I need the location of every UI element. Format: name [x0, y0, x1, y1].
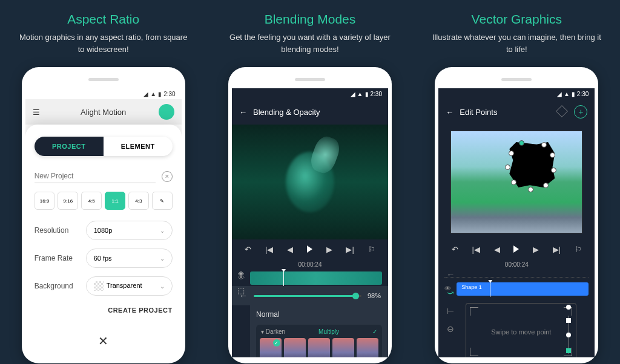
- preview-image: [280, 140, 340, 224]
- feature-desc: Motion graphics in any aspect ratio, fro…: [19, 31, 188, 55]
- new-project-modal: PROJECT ELEMENT ✕ 16:9 9:16 4:5 1:1 4:3 …: [25, 125, 182, 357]
- back-icon[interactable]: ←: [239, 108, 247, 117]
- corner-icon: [470, 307, 478, 316]
- clear-icon[interactable]: ✕: [162, 171, 173, 182]
- path-point[interactable]: [566, 305, 571, 310]
- blend-thumbnails: Multiply Darken Darken Color Color Burn …: [260, 338, 378, 357]
- phone-screen: ◢ ▲ ▮ 2:30 ← Blending & Opacity ↶ |◀ ◀ ▶…: [232, 88, 388, 357]
- preview-canvas[interactable]: [232, 125, 388, 239]
- keyframe-icon[interactable]: ◈: [238, 268, 244, 278]
- feature-desc: Get the feeling you want with a variety …: [225, 31, 395, 55]
- header-title: Blending & Opacity: [253, 108, 320, 117]
- delete-tool-icon[interactable]: ⊖: [447, 324, 454, 334]
- wifi-icon: ▲: [150, 91, 156, 97]
- play-button[interactable]: [513, 245, 519, 253]
- close-icon[interactable]: ✕: [98, 334, 108, 348]
- slider-fill: [254, 295, 359, 297]
- aspect-custom[interactable]: ✎: [152, 192, 173, 210]
- skip-start-icon[interactable]: |◀: [265, 245, 273, 254]
- curve-tool-icon[interactable]: ⤻: [447, 288, 454, 297]
- avatar[interactable]: [159, 104, 174, 120]
- status-bar: ◢ ▲ ▮ 2:30: [438, 88, 595, 99]
- edit-point[interactable]: [528, 187, 533, 192]
- edit-point[interactable]: [551, 167, 556, 173]
- timeline-track[interactable]: 👁: [232, 270, 388, 286]
- blend-mode-darken[interactable]: Darken: [284, 338, 306, 357]
- aspect-16-9[interactable]: 16:9: [35, 192, 55, 210]
- phone-frame: ◢ ▲ ▮ 2:30 ☰ Alight Motion PROJECT ELEME…: [22, 67, 185, 363]
- project-name-input[interactable]: [35, 169, 156, 183]
- aspect-4-5[interactable]: 4:5: [81, 192, 102, 210]
- edit-point[interactable]: [543, 183, 549, 188]
- swipe-area[interactable]: Swipe to move point: [466, 303, 576, 357]
- chevron-down-icon: ⌄: [160, 255, 165, 262]
- next-frame-icon[interactable]: ▶: [533, 245, 539, 254]
- undo-icon[interactable]: ↶: [245, 245, 251, 254]
- skip-end-icon[interactable]: ▶|: [346, 245, 354, 254]
- resolution-label: Resolution: [35, 226, 80, 235]
- edit-point[interactable]: [550, 152, 555, 158]
- blend-mode-multiply[interactable]: Multiply: [260, 338, 282, 357]
- skip-end-icon[interactable]: ▶|: [553, 245, 561, 254]
- battery-icon: ▮: [158, 91, 162, 97]
- skip-start-icon[interactable]: |◀: [472, 245, 480, 254]
- playhead[interactable]: [490, 281, 490, 297]
- opacity-slider[interactable]: [254, 295, 361, 297]
- prev-frame-icon[interactable]: ◀: [287, 245, 293, 254]
- blend-mode-darken-color[interactable]: Darken Color: [308, 338, 330, 357]
- blend-mode-color-burn[interactable]: Color Burn: [332, 338, 354, 357]
- aspect-1-1[interactable]: 1:1: [105, 192, 125, 210]
- timeline-clip[interactable]: [250, 271, 382, 285]
- feature-blending-modes: Blending Modes Get the feeling you want …: [219, 12, 401, 364]
- aspect-4-3[interactable]: 4:3: [128, 192, 149, 210]
- phone-screen: ◢ ▲ ▮ 2:30 ☰ Alight Motion PROJECT ELEME…: [25, 88, 182, 357]
- signal-icon: ◢: [143, 91, 148, 97]
- blend-mode-linear-burn[interactable]: Linear Bu: [357, 338, 378, 357]
- chevron-down-icon: ⌄: [160, 283, 165, 290]
- prev-frame-icon[interactable]: ◀: [494, 245, 500, 254]
- feature-title: Vector Graphics: [472, 12, 562, 27]
- playhead[interactable]: [283, 270, 284, 286]
- framerate-value: 60 fps: [94, 255, 112, 262]
- resolution-dropdown[interactable]: 1080p ⌄: [86, 221, 173, 240]
- path-point[interactable]: [566, 318, 571, 323]
- blend-panel: Normal ▾ Darken Multiply ✓ Multiply Dark…: [250, 305, 388, 357]
- app-title: Alight Motion: [81, 108, 126, 117]
- create-project-button[interactable]: CREATE PROJECT: [35, 307, 173, 314]
- transform-icon[interactable]: ⬚: [237, 286, 245, 295]
- aspect-9-16[interactable]: 9:16: [58, 192, 78, 210]
- aspect-ratio-row: 16:9 9:16 4:5 1:1 4:3 ✎: [35, 192, 173, 210]
- tab-project[interactable]: PROJECT: [35, 137, 104, 156]
- back-tool-icon[interactable]: ←: [446, 270, 455, 279]
- play-button[interactable]: [307, 245, 312, 253]
- slider-thumb[interactable]: [352, 293, 359, 299]
- background-dropdown[interactable]: Transparent ⌄: [86, 276, 173, 296]
- undo-icon[interactable]: ↶: [452, 245, 458, 254]
- timeline-ruler[interactable]: [444, 273, 589, 281]
- add-button[interactable]: +: [574, 105, 587, 119]
- blend-mode-current[interactable]: Normal: [256, 310, 382, 319]
- blend-group-active: Multiply: [318, 328, 339, 335]
- edit-point[interactable]: [511, 180, 516, 185]
- vector-canvas[interactable]: [450, 131, 582, 233]
- back-icon[interactable]: ←: [446, 108, 453, 117]
- battery-icon: ▮: [365, 91, 369, 97]
- menu-icon[interactable]: ☰: [33, 108, 40, 117]
- path-point[interactable]: [566, 333, 571, 337]
- next-frame-icon[interactable]: ▶: [326, 245, 332, 254]
- tab-element[interactable]: ELEMENT: [104, 137, 173, 156]
- timeline-track[interactable]: 👁 Shape 1: [438, 281, 595, 297]
- phone-speaker: [295, 78, 325, 81]
- chevron-down-icon: ⌄: [160, 227, 165, 234]
- framerate-dropdown[interactable]: 60 fps ⌄: [86, 249, 173, 268]
- status-bar: ◢ ▲ ▮ 2:30: [25, 88, 182, 99]
- edit-point[interactable]: [505, 164, 510, 170]
- bookmark-icon[interactable]: ⚐: [575, 245, 582, 254]
- signal-icon: ◢: [351, 91, 355, 97]
- bookmark-icon[interactable]: ⚐: [368, 245, 375, 254]
- line-tool-icon[interactable]: ⊢: [447, 306, 454, 316]
- feature-title: Aspect Ratio: [67, 12, 139, 27]
- shape-icon[interactable]: [556, 105, 568, 117]
- playback-bar: ↶ |◀ ◀ ▶ ▶| ⚐: [232, 239, 388, 259]
- path-point-selected[interactable]: [566, 348, 571, 353]
